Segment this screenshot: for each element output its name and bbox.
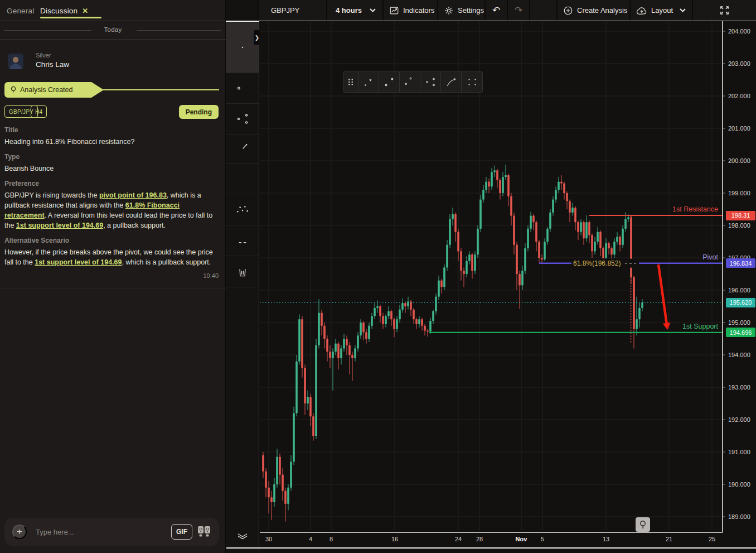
message-input[interactable]	[35, 518, 163, 546]
price-tick-label: 192.000	[728, 416, 750, 423]
message-timestamp: 10:40	[203, 272, 219, 279]
fullscreen-button[interactable]	[693, 0, 756, 21]
layout-dropdown[interactable]: Layout	[631, 0, 693, 21]
status-badge[interactable]: Pending	[179, 105, 219, 119]
time-tick-label: 5	[541, 536, 544, 542]
tool-brush-button[interactable]: .f{fill:#d8d3cd;stroke:none}	[226, 134, 259, 164]
gif-button[interactable]: GIF	[171, 524, 192, 540]
date-separator: Today	[0, 22, 226, 40]
analysis-link[interactable]: 1st support level of 194.69	[16, 222, 103, 229]
pivot-price-tag: 196.834	[726, 258, 755, 268]
sticker-icon[interactable]	[196, 524, 212, 540]
preference-text: GBP/JPY is rising towards the pivot poin…	[4, 190, 219, 230]
redo-button[interactable]: ↷	[508, 0, 530, 21]
float-tool-fib-wedge-button[interactable]: .f{fill:#d8d3cd;stroke:none}	[441, 72, 462, 92]
floating-drawing-toolbar[interactable]: .f{fill:#d8d3cd;stroke:none}.f{fill:#d8d…	[343, 71, 483, 93]
lightbulb-icon	[639, 520, 647, 529]
create-analysis-button[interactable]: Create Analysis	[558, 0, 631, 21]
tool-xabcd-pattern-button[interactable]: .f{fill:#d8d3cd;stroke:none}	[226, 194, 259, 225]
plus-circle-icon	[563, 6, 573, 16]
float-tool-rectangle-button[interactable]: .f{fill:#d8d3cd;stroke:none}	[462, 72, 482, 92]
tool-fib-retracement-button[interactable]: .f{fill:#d8d3cd;stroke:none}	[226, 104, 259, 134]
undo-button[interactable]: ↶	[486, 0, 508, 21]
timeframe-badge: H4	[31, 105, 47, 118]
type-label: Type	[4, 153, 20, 161]
chart-background	[259, 21, 725, 532]
time-tick-label: 28	[476, 536, 483, 542]
user-name: Chris Law	[36, 60, 69, 69]
time-tick-label: 21	[666, 536, 672, 542]
tab-general[interactable]: General	[7, 0, 34, 21]
time-tick-label: 4	[309, 536, 312, 542]
cloud-upload-icon	[636, 6, 647, 15]
tool-crosshair-button[interactable]: t.f{fill:#d8d3cd;stroke:none}❯	[226, 22, 259, 73]
price-tick-label: 189.000	[728, 513, 750, 520]
time-tick-label: 30	[265, 536, 272, 542]
tool-magnet-button[interactable]: .f{fill:#d8d3cd;stroke:none}	[226, 225, 259, 256]
settings-button[interactable]: Settings	[438, 0, 486, 21]
pivot-label: Pivot	[702, 253, 718, 261]
price-tick-label: 204.000	[728, 28, 750, 35]
analysis-link[interactable]: 1st support level of 194.69	[35, 258, 122, 266]
float-tool-trend-line-button[interactable]: .f{fill:#d8d3cd;stroke:none}	[379, 72, 400, 92]
indicators-icon	[389, 6, 399, 16]
close-icon[interactable]: ✕	[82, 7, 88, 15]
lightbulb-icon	[10, 86, 17, 94]
price-tick-label: 195.000	[728, 319, 750, 326]
preference-label: Preference	[4, 180, 39, 187]
float-tool-fib-retracement-button[interactable]: .f{fill:#d8d3cd;stroke:none}	[420, 72, 441, 92]
tab-discussion-label: Discussion	[40, 7, 77, 15]
price-tick-label: 201.000	[728, 125, 750, 132]
text-segment: GBP/JPY is rising towards the	[4, 191, 99, 199]
price-tick-label: 199.000	[728, 190, 750, 196]
title-label: Title	[4, 126, 18, 134]
chart-area[interactable]: 1st ResistancePivot61.8%(196.852)1st Sup…	[259, 21, 725, 533]
time-tick-label: 25	[709, 536, 715, 542]
resistance-label: 1st Resistance	[672, 205, 718, 213]
attach-button[interactable]: +	[12, 525, 27, 539]
interval-dropdown[interactable]: 4 hours	[327, 0, 384, 21]
price-tick-label: 190.000	[728, 481, 750, 488]
float-tool-arrow-button[interactable]: .f{fill:#d8d3cd;stroke:none}	[358, 72, 379, 92]
chevron-down-icon	[370, 8, 376, 12]
symbol-button[interactable]: GBPJPY	[259, 0, 327, 21]
time-tick-label: 24	[455, 536, 462, 542]
indicators-button[interactable]: Indicators	[384, 0, 438, 21]
price-axis[interactable]: 204.000203.000202.000201.000200.000199.0…	[725, 21, 756, 533]
avatar[interactable]	[8, 54, 23, 69]
banner-line	[101, 89, 219, 90]
candlestick-chart[interactable]: 1st ResistancePivot61.8%(196.852)1st Sup…	[259, 21, 725, 533]
time-tick-label: Nov	[516, 536, 527, 542]
date-separator-label: Today	[0, 26, 226, 33]
message-composer: + GIF	[4, 518, 219, 546]
alternative-label: Alternative Scenario	[4, 237, 69, 244]
tool-text-button[interactable]: .f{fill:#d8d3cd;stroke:none}	[226, 164, 259, 194]
chevron-down-icon	[680, 8, 686, 12]
price-tick-label: 200.000	[728, 157, 750, 164]
float-tool-parallel-channel-button[interactable]: .f{fill:#d8d3cd;stroke:none}	[400, 72, 420, 92]
support-price-tag: 194.696	[726, 328, 755, 337]
price-tick-label: 191.000	[728, 449, 750, 455]
idea-lightbulb-button[interactable]	[636, 517, 650, 532]
tool-remove-button[interactable]: .f{fill:#d8d3cd;stroke:none}	[226, 256, 259, 287]
price-tick-label: 194.000	[728, 352, 750, 358]
fullscreen-icon	[719, 5, 730, 16]
active-tab-underline	[40, 17, 101, 18]
resistance-price-tag: 198.31	[726, 211, 755, 220]
alternative-text: However, if the price breaks above the p…	[4, 247, 219, 267]
time-tick-label: 8	[329, 536, 333, 542]
price-tick-label: 203.000	[728, 60, 750, 67]
analysis-link[interactable]: pivot point of 196.83	[99, 191, 167, 199]
trading-app: General Discussion ✕ Today Silver Chris …	[0, 0, 756, 553]
price-tick-label: 193.000	[728, 384, 750, 391]
fib-level-label: 61.8%(196.852)	[573, 259, 621, 267]
price-tick-label: 198.000	[728, 222, 750, 229]
float-tool-drag-handle[interactable]: .f{fill:#d8d3cd;stroke:none}	[343, 72, 358, 92]
current-price-tag: 195.620	[726, 298, 755, 307]
tool-object-tree-button[interactable]: .f{fill:#d8d3cd;stroke:none}	[226, 518, 259, 549]
analysis-type: Bearish Bounce	[4, 164, 219, 174]
discussion-panel: General Discussion ✕ Today Silver Chris …	[0, 0, 226, 553]
time-axis[interactable]: 3048162428Nov5132125	[259, 533, 756, 547]
price-tick-label: 196.000	[728, 287, 750, 294]
tool-trend-line-button[interactable]: .f{fill:#d8d3cd;stroke:none}	[226, 73, 259, 104]
